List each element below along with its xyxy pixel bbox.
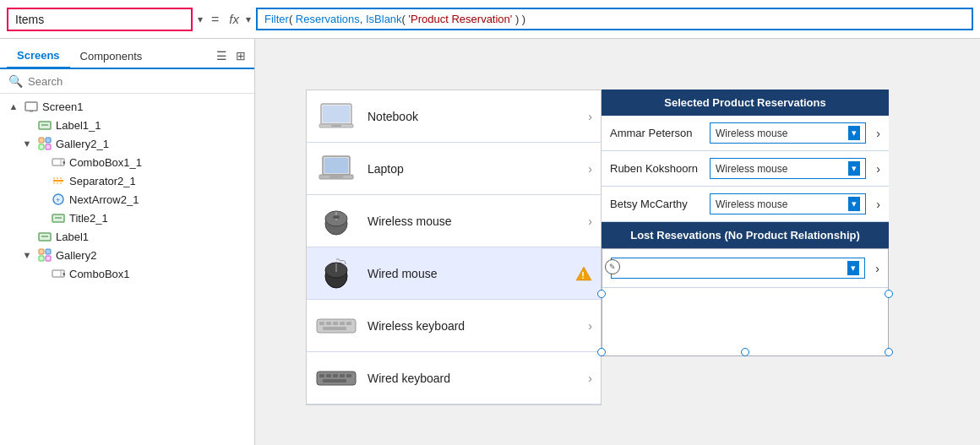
product-row-wireless-mouse[interactable]: Wireless mouse ›	[307, 195, 601, 247]
res-select-arrow-1[interactable]: ▾	[848, 126, 860, 140]
expand-combo1	[34, 269, 47, 279]
product-arrow-wireless-mouse: ›	[588, 214, 592, 228]
name-box-dropdown[interactable]: ▾	[198, 14, 203, 25]
svg-rect-30	[331, 125, 341, 127]
nav-icon-1: +	[51, 192, 66, 207]
tab-screens[interactable]: Screens	[7, 44, 70, 69]
svg-rect-50	[323, 327, 346, 330]
sidebar-tabs: Screens Components ☰ ⊞	[0, 39, 254, 69]
svg-rect-20	[39, 249, 44, 254]
svg-text:▾: ▾	[63, 160, 66, 166]
tree-item-combobox1[interactable]: ▾ ComboBox1	[27, 264, 254, 283]
lost-empty-area	[602, 288, 888, 355]
product-arrow-wireless-keyboard: ›	[588, 319, 592, 333]
res-select-2[interactable]: Wireless mouse ▾	[710, 158, 866, 179]
product-arrow-laptop: ›	[588, 162, 592, 176]
tree-label-combobox1: ComboBox1	[69, 268, 130, 280]
svg-rect-0	[25, 102, 37, 111]
res-nav-1[interactable]: ›	[876, 127, 880, 140]
tree-item-screen1[interactable]: ▲ Screen1	[0, 97, 254, 116]
res-name-2: Ruben Kokshoorn	[610, 162, 703, 175]
name-box[interactable]: Items	[7, 8, 193, 31]
svg-rect-28	[323, 106, 350, 122]
svg-rect-7	[46, 144, 51, 149]
lost-select-arrow-1[interactable]: ▾	[847, 261, 859, 275]
svg-rect-21	[46, 249, 51, 254]
sidebar-tree: ▲ Screen1 Label1_1 ▼ Galler	[0, 94, 254, 445]
lost-reservations-header: Lost Resevations (No Product Relationshi…	[602, 222, 889, 248]
formula-bar: Items ▾ = fx ▾ Filter( Reservations, IsB…	[0, 0, 980, 39]
handle-bottom-left[interactable]	[597, 348, 606, 356]
res-select-arrow-2[interactable]: ▾	[848, 161, 860, 176]
res-select-arrow-3[interactable]: ▾	[848, 197, 860, 211]
product-row-laptop[interactable]: Laptop ›	[307, 143, 601, 195]
product-row-wireless-keyboard[interactable]: Wireless keyboard ›	[307, 300, 601, 352]
tree-label-nextarrow2_1: NextArrow2_1	[69, 193, 139, 206]
svg-text:▾: ▾	[63, 271, 66, 277]
expand-title2_1	[34, 213, 47, 223]
product-img-wired-keyboard	[315, 361, 357, 395]
svg-rect-55	[340, 374, 345, 377]
expand-screen1[interactable]: ▲	[7, 101, 20, 111]
tab-components[interactable]: Components	[70, 45, 153, 68]
product-row-wired-keyboard[interactable]: Wired keyboard ›	[307, 352, 601, 404]
warning-icon: !	[575, 266, 592, 281]
svg-rect-5	[46, 138, 51, 143]
tree-item-label1_1[interactable]: Label1_1	[14, 116, 254, 134]
tree-item-label1[interactable]: Label1	[14, 227, 254, 246]
fx-dropdown[interactable]: ▾	[246, 14, 251, 25]
expand-gallery2[interactable]: ▼	[20, 250, 34, 260]
tree-item-title2_1[interactable]: Title2_1	[27, 209, 254, 227]
canvas: Notebook › Laptop › Wireless mouse ›	[255, 39, 980, 445]
lost-reservations-section: ▾ ›	[602, 248, 889, 356]
res-nav-3[interactable]: ›	[876, 198, 880, 211]
product-list: Notebook › Laptop › Wireless mouse ›	[306, 90, 602, 405]
reservations-panel: Selected Product Reservations Ammar Pete…	[602, 90, 889, 356]
tree-item-nextarrow2_1[interactable]: + NextArrow2_1	[27, 190, 254, 209]
combo-icon-2: ▾	[51, 266, 66, 281]
tree-item-gallery2_1[interactable]: ▼ Gallery2_1	[14, 134, 254, 153]
res-name-3: Betsy McCarthy	[610, 198, 703, 210]
formula-input[interactable]: Filter( Reservations, IsBlank( 'Product …	[256, 8, 973, 30]
res-select-1[interactable]: Wireless mouse ▾	[710, 122, 866, 144]
reservation-row-2: Ruben Kokshoorn Wireless mouse ▾ ›	[602, 151, 889, 187]
svg-rect-34	[329, 176, 343, 178]
svg-rect-6	[39, 144, 44, 149]
edit-handle[interactable]: ✎	[605, 259, 620, 274]
res-select-text-3: Wireless mouse	[716, 198, 845, 210]
label-icon-2	[51, 210, 66, 225]
svg-rect-48	[340, 322, 345, 325]
handle-bottom-right[interactable]	[885, 348, 893, 356]
tree-item-separator2_1[interactable]: Separator2_1	[27, 171, 254, 190]
sidebar-tab-icons: ☰ ⊞	[215, 47, 248, 64]
res-select-3[interactable]: Wireless mouse ▾	[710, 193, 866, 214]
svg-rect-32	[324, 158, 348, 173]
tree-label-combobox1_1: ComboBox1_1	[69, 156, 142, 169]
handle-left-center[interactable]	[597, 290, 606, 298]
lost-nav-1[interactable]: ›	[875, 262, 879, 275]
handle-bottom-center[interactable]	[741, 348, 749, 356]
product-row-wired-mouse[interactable]: Wired mouse !	[307, 247, 601, 300]
product-arrow-wired-keyboard: ›	[588, 372, 592, 385]
svg-rect-45	[319, 322, 324, 325]
product-row-notebook[interactable]: Notebook ›	[307, 90, 601, 143]
tree-item-gallery2[interactable]: ▼ Gallery2	[14, 246, 254, 264]
search-input[interactable]	[28, 75, 246, 88]
expand-gallery2_1[interactable]: ▼	[20, 138, 34, 149]
res-nav-2[interactable]: ›	[876, 162, 880, 176]
svg-rect-44	[317, 319, 356, 333]
svg-text:!: !	[581, 270, 585, 280]
fx-label: fx	[227, 12, 241, 26]
svg-rect-52	[319, 374, 324, 377]
svg-rect-4	[39, 138, 44, 143]
svg-rect-54	[333, 374, 338, 377]
product-name-notebook: Notebook	[368, 110, 578, 123]
tree-item-combobox1_1[interactable]: ▾ ComboBox1_1	[27, 153, 254, 171]
list-icon[interactable]: ☰	[215, 47, 229, 64]
handle-right-center[interactable]	[885, 290, 893, 298]
grid-icon[interactable]: ⊞	[234, 47, 248, 64]
lost-select-1[interactable]: ▾	[611, 258, 865, 279]
expand-sep2_1	[34, 176, 47, 186]
svg-rect-22	[39, 256, 44, 261]
sidebar-search: 🔍	[0, 69, 254, 94]
